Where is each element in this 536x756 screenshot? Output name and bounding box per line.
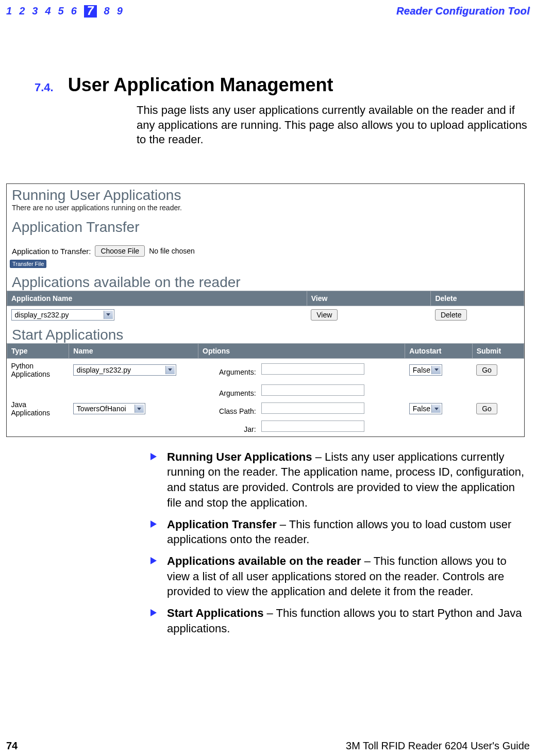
col-type: Type	[7, 343, 69, 358]
page-footer: 74 3M Toll RFID Reader 6204 User's Guide	[6, 740, 530, 752]
bullet-available: Applications available on the reader – T…	[150, 553, 525, 599]
tab-2[interactable]: 2	[19, 5, 25, 18]
section-title: User Application Management	[68, 74, 333, 96]
embedded-screenshot: Running User Applications There are no u…	[6, 183, 525, 437]
python-args-label: Arguments:	[203, 368, 259, 376]
java-args-label: Arguments:	[203, 389, 259, 397]
python-args-input[interactable]	[261, 363, 364, 375]
col-autostart: Autostart	[405, 343, 472, 358]
start-apps-title: Start Applications	[7, 324, 524, 343]
tab-3[interactable]: 3	[32, 5, 38, 18]
col-options: Options	[198, 343, 405, 358]
chevron-down-icon	[431, 405, 441, 413]
java-go-button[interactable]: Go	[476, 403, 497, 414]
python-name-select[interactable]: display_rs232.py	[73, 364, 176, 376]
col-delete: Delete	[431, 291, 524, 306]
java-autostart-select[interactable]: False	[409, 403, 442, 414]
java-name-select[interactable]: TowersOfHanoi	[73, 403, 145, 414]
python-go-button[interactable]: Go	[476, 364, 497, 376]
python-autostart-select[interactable]: False	[409, 364, 442, 376]
guide-title: 3M Toll RFID Reader 6204 User's Guide	[346, 740, 530, 752]
feature-list: Running User Applications – Lists any us…	[150, 449, 525, 636]
page-number: 74	[6, 740, 18, 752]
tab-6[interactable]: 6	[71, 5, 77, 18]
tab-7-current[interactable]: 7	[84, 5, 97, 18]
no-file-text: No file chosen	[149, 247, 195, 255]
choose-file-button[interactable]: Choose File	[95, 245, 145, 257]
chevron-down-icon	[135, 405, 144, 413]
python-row: Python Applications display_rs232.py Arg…	[7, 358, 524, 381]
python-type: Python Applications	[7, 358, 69, 381]
chevron-down-icon	[431, 366, 441, 374]
java-type: Java Applications	[7, 381, 69, 436]
chevron-down-icon	[165, 366, 175, 374]
java-jar-label: Jar:	[203, 425, 259, 433]
available-apps-table: Application Name View Delete display_rs2…	[7, 291, 524, 324]
transfer-file-button[interactable]: Transfer File	[10, 260, 46, 268]
tab-4[interactable]: 4	[45, 5, 51, 18]
tab-9[interactable]: 9	[117, 5, 123, 18]
col-view: View	[307, 291, 431, 306]
delete-button[interactable]: Delete	[435, 309, 467, 321]
tab-8[interactable]: 8	[104, 5, 110, 18]
app-transfer-title: Application Transfer	[7, 216, 524, 236]
java-jar-input[interactable]	[261, 421, 364, 432]
chapter-tabs: 1 2 3 4 5 6 7 8 9	[6, 5, 123, 18]
intro-paragraph: This page lists any user applications cu…	[137, 103, 528, 147]
start-apps-table: Type Name Options Autostart Submit Pytho…	[7, 343, 524, 436]
chevron-down-icon	[104, 311, 113, 319]
col-app-name: Application Name	[7, 291, 307, 306]
java-row: Java Applications TowersOfHanoi Argument…	[7, 381, 524, 436]
view-button[interactable]: View	[311, 309, 338, 321]
section-number: 7.4.	[35, 81, 54, 94]
tab-1[interactable]: 1	[6, 5, 12, 18]
java-classpath-label: Class Path:	[203, 407, 259, 415]
available-apps-title: Applications available on the reader	[7, 271, 524, 291]
col-submit: Submit	[472, 343, 524, 358]
java-args-input[interactable]	[261, 384, 364, 396]
table-row: display_rs232.py View Delete	[7, 306, 524, 324]
bullet-transfer: Application Transfer – This function all…	[150, 517, 525, 547]
app-name-select[interactable]: display_rs232.py	[11, 309, 114, 321]
section-heading: 7.4. User Application Management	[35, 74, 530, 96]
tab-5[interactable]: 5	[58, 5, 64, 18]
header-bar: 1 2 3 4 5 6 7 8 9 Reader Configuration T…	[6, 5, 530, 18]
bullet-start: Start Applications – This function allow…	[150, 606, 525, 636]
tool-name: Reader Configuration Tool	[396, 5, 530, 17]
bullet-running: Running User Applications – Lists any us…	[150, 449, 525, 511]
col-name: Name	[69, 343, 198, 358]
transfer-label: Application to Transfer:	[12, 245, 91, 258]
running-apps-title: Running User Applications	[7, 184, 524, 204]
running-apps-msg: There are no user applications running o…	[7, 204, 524, 216]
java-classpath-input[interactable]	[261, 402, 364, 414]
